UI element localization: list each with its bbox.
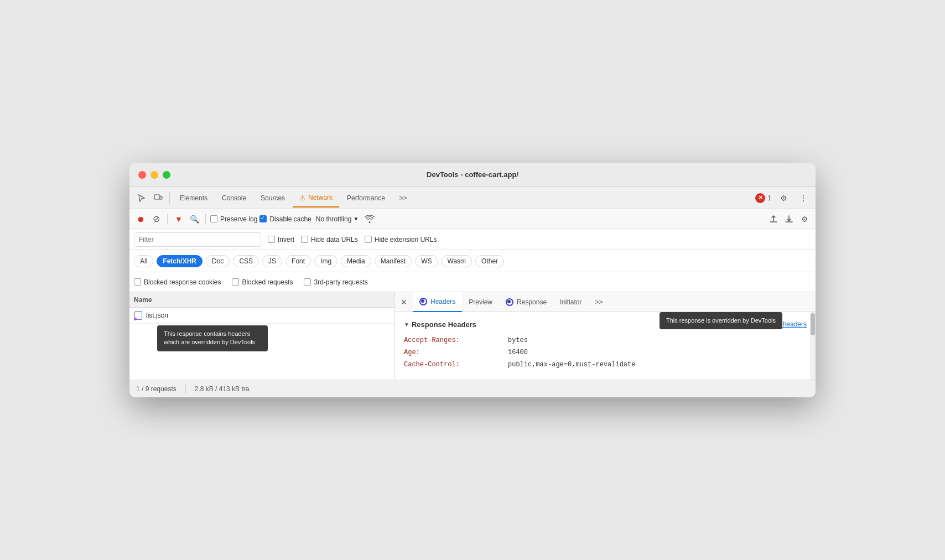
network-settings-icon[interactable]: ⚙ (798, 212, 811, 226)
tab-sources[interactable]: Sources (254, 190, 292, 206)
type-filter-fetch-xhr[interactable]: Fetch/XHR (157, 255, 202, 267)
minimize-button[interactable] (150, 171, 158, 179)
upload-har-icon[interactable] (767, 212, 780, 226)
titlebar-buttons (138, 171, 170, 179)
accept-ranges-value: bytes (508, 336, 807, 344)
detail-tabs-more[interactable]: >> (588, 292, 609, 312)
blocked-requests-option[interactable]: Blocked requests (232, 278, 293, 286)
header-row-age: Age: 16400 (404, 349, 807, 356)
triangle-icon: ▼ (404, 322, 409, 328)
detail-tabs: ✕ Headers Preview Response Initiator (395, 292, 816, 312)
toolbar-divider-1 (167, 214, 168, 224)
type-filter-css[interactable]: CSS (233, 255, 259, 267)
cursor-icon[interactable] (134, 190, 149, 206)
blocked-requests-checkbox[interactable] (232, 278, 239, 286)
response-headers-title: ▼ Response Headers (404, 320, 476, 329)
tab-performance[interactable]: Performance (340, 190, 392, 206)
preserve-log-label[interactable]: Preserve log (210, 215, 257, 223)
close-detail-panel-button[interactable]: ✕ (395, 292, 413, 312)
type-filter-all[interactable]: All (134, 255, 153, 267)
settings-gear-icon[interactable]: ⚙ (776, 190, 791, 206)
toolbar-divider-2 (205, 214, 206, 224)
detail-tab-initiator[interactable]: Initiator (553, 292, 588, 312)
hide-data-urls-option[interactable]: Hide data URLs (301, 236, 358, 243)
headers-file-link[interactable]: .headers (781, 320, 807, 328)
responsive-icon[interactable] (150, 190, 166, 206)
tabs-right-controls: ✕ 1 ⚙ ⋮ (755, 190, 811, 206)
type-filter-row: All Fetch/XHR Doc CSS JS Font Img Media … (129, 250, 816, 272)
type-filter-manifest[interactable]: Manifest (375, 255, 412, 267)
error-count: 1 (767, 194, 771, 202)
devtools-content: Elements Console Sources ⚠ Network Perfo… (129, 187, 816, 397)
transfer-size: 2.8 kB / 413 kB tra (195, 385, 250, 393)
type-filter-wasm[interactable]: Wasm (442, 255, 472, 267)
type-filter-ws[interactable]: WS (415, 255, 438, 267)
close-button[interactable] (138, 171, 146, 179)
svg-rect-0 (154, 195, 160, 199)
more-options-icon[interactable]: ⋮ (796, 190, 811, 206)
throttling-chevron-icon: ▼ (353, 216, 359, 222)
tabs-more-button[interactable]: >> (393, 190, 414, 206)
json-file-icon (134, 311, 143, 320)
cache-control-value: public,max-age=0,must-revalidate (508, 361, 807, 369)
response-override-tooltip: This response is overridden by DevTools (660, 312, 782, 329)
blocked-cookies-checkbox[interactable] (134, 278, 141, 286)
third-party-requests-option[interactable]: 3rd-party requests (304, 278, 367, 286)
header-row-cache-control: Cache-Control: public,max-age=0,must-rev… (404, 361, 807, 369)
clear-icon[interactable]: ⊘ (149, 212, 163, 226)
detail-tab-headers[interactable]: Headers (413, 292, 462, 312)
response-override-indicator (506, 298, 513, 306)
invert-option[interactable]: Invert (268, 236, 294, 243)
preserve-log-checkbox[interactable] (210, 215, 217, 222)
tab-console[interactable]: Console (215, 190, 253, 206)
svg-rect-1 (160, 196, 162, 199)
type-filter-doc[interactable]: Doc (206, 255, 230, 267)
third-party-requests-checkbox[interactable] (304, 278, 311, 286)
filter-input[interactable] (134, 232, 261, 247)
header-row-accept-ranges: Accept-Ranges: bytes (404, 336, 807, 344)
blocked-cookies-option[interactable]: Blocked response cookies (134, 278, 221, 286)
titlebar: DevTools - coffee-cart.app/ (129, 163, 816, 187)
stop-recording-icon[interactable]: ⏺ (134, 212, 147, 226)
download-har-icon[interactable] (782, 212, 796, 226)
network-toolbar: ⏺ ⊘ ▼ 🔍 Preserve log Disable cache No th… (129, 209, 816, 229)
type-filter-font[interactable]: Font (285, 255, 311, 267)
maximize-button[interactable] (163, 171, 170, 179)
disable-cache-label[interactable]: Disable cache (259, 215, 311, 223)
hide-data-urls-checkbox[interactable] (301, 236, 308, 243)
filter-row: Invert Hide data URLs Hide extension URL… (129, 229, 816, 250)
detail-tab-preview[interactable]: Preview (462, 292, 499, 312)
type-filter-media[interactable]: Media (341, 255, 371, 267)
detail-scrollbar[interactable] (810, 312, 816, 380)
type-filter-js[interactable]: JS (262, 255, 282, 267)
hide-extension-urls-checkbox[interactable] (365, 236, 372, 243)
tab-network[interactable]: ⚠ Network (293, 189, 339, 208)
request-list-body: list.json This response contains headers… (129, 308, 394, 324)
request-list-panel: Name list.json This response contains he… (129, 292, 395, 380)
throttling-select[interactable]: No throttling ▼ (314, 214, 361, 224)
disable-cache-checkbox[interactable] (259, 215, 267, 222)
age-value: 16400 (508, 349, 807, 356)
type-filter-img[interactable]: Img (314, 255, 338, 267)
detail-tab-response[interactable]: Response (499, 292, 553, 312)
filter-icon[interactable]: ▼ (172, 212, 185, 226)
error-count-group: ✕ 1 (755, 193, 771, 203)
tab-elements[interactable]: Elements (173, 190, 214, 206)
window-title: DevTools - coffee-cart.app/ (427, 170, 518, 179)
tabs-divider (169, 193, 170, 204)
wifi-settings-icon[interactable] (363, 212, 376, 226)
accept-ranges-name: Accept-Ranges: (404, 336, 503, 344)
devtools-window: DevTools - coffee-cart.app/ Elements Con… (129, 163, 816, 397)
request-name: list.json (146, 312, 168, 319)
invert-checkbox[interactable] (268, 236, 275, 243)
scrollbar-thumb[interactable] (811, 313, 815, 335)
blocked-options-row: Blocked response cookies Blocked request… (129, 272, 816, 292)
cache-control-name: Cache-Control: (404, 361, 503, 369)
status-divider (185, 385, 186, 393)
hide-extension-urls-option[interactable]: Hide extension URLs (365, 236, 437, 243)
detail-panel: ✕ Headers Preview Response Initiator (395, 292, 816, 380)
type-filter-other[interactable]: Other (475, 255, 504, 267)
headers-override-tooltip: This response contains headers which are… (157, 325, 268, 351)
search-icon[interactable]: 🔍 (188, 212, 201, 226)
table-row[interactable]: list.json This response contains headers… (129, 308, 394, 324)
